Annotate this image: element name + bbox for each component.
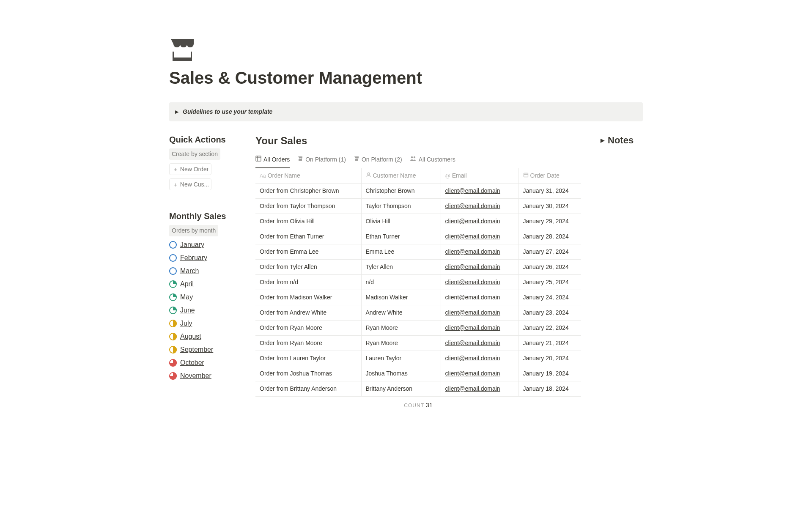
- table-row[interactable]: Order from Emma LeeEmma Leeclient@email.…: [255, 244, 581, 260]
- plus-icon: +: [174, 181, 178, 188]
- pie-icon: [169, 320, 177, 327]
- month-link-july[interactable]: July: [169, 318, 240, 329]
- cell-order-date: January 21, 2024: [518, 336, 581, 351]
- button-label: New Cus...: [180, 181, 209, 188]
- cell-order-date: January 20, 2024: [518, 351, 581, 366]
- table-row[interactable]: Order from Ethan TurnerEthan Turnerclien…: [255, 229, 581, 244]
- cell-customer-name: Lauren Taylor: [361, 351, 441, 366]
- table-row[interactable]: Order from Joshua ThomasJoshua Thomascli…: [255, 366, 581, 381]
- month-label: July: [180, 318, 192, 329]
- cell-email: client@email.domain: [441, 351, 518, 366]
- table-row[interactable]: Order from Ryan MooreRyan Mooreclient@em…: [255, 336, 581, 351]
- cell-customer-name: Taylor Thompson: [361, 199, 441, 214]
- notes-heading: Notes: [608, 133, 634, 147]
- toggle-arrow-icon: ▶: [601, 137, 604, 144]
- plus-icon: +: [174, 166, 178, 173]
- cell-order-name: Order from Brittany Anderson: [255, 381, 361, 397]
- quick-actions-heading: Quick Actions: [169, 133, 240, 146]
- cell-email: client@email.domain: [441, 184, 518, 199]
- cell-order-date: January 19, 2024: [518, 366, 581, 381]
- pie-icon: [169, 307, 177, 314]
- column-label: Order Name: [268, 172, 300, 179]
- pie-icon: [169, 267, 177, 275]
- column-label: Customer Name: [373, 172, 416, 179]
- cell-email: client@email.domain: [441, 290, 518, 305]
- month-link-march[interactable]: March: [169, 266, 240, 276]
- cell-order-date: January 31, 2024: [518, 184, 581, 199]
- cell-email: client@email.domain: [441, 366, 518, 381]
- month-link-february[interactable]: February: [169, 253, 240, 263]
- month-link-june[interactable]: June: [169, 305, 240, 315]
- column-header-order-name[interactable]: AaOrder Name: [255, 168, 361, 184]
- svg-rect-6: [355, 159, 358, 161]
- month-link-november[interactable]: November: [169, 371, 240, 381]
- cell-order-name: Order from Christopher Brown: [255, 184, 361, 199]
- store-icon: [297, 155, 303, 164]
- cell-order-date: January 23, 2024: [518, 305, 581, 321]
- cell-customer-name: Madison Walker: [361, 290, 441, 305]
- month-label: February: [180, 253, 207, 263]
- column-header-email[interactable]: @Email: [441, 168, 518, 184]
- month-link-april[interactable]: April: [169, 279, 240, 289]
- column-header-customer-name[interactable]: Customer Name: [361, 168, 441, 184]
- tab-on-platform-2-[interactable]: On Platform (2): [354, 153, 402, 168]
- notes-toggle[interactable]: ▶ Notes: [601, 133, 643, 147]
- month-link-january[interactable]: January: [169, 240, 240, 250]
- calendar-icon: [523, 173, 529, 179]
- quick-actions-subheading: Create by section: [169, 148, 220, 160]
- cell-email: client@email.domain: [441, 336, 518, 351]
- cell-customer-name: Andrew White: [361, 305, 441, 321]
- tab-label: All Orders: [263, 155, 290, 164]
- table-row[interactable]: Order from Ryan MooreRyan Mooreclient@em…: [255, 321, 581, 336]
- pie-icon: [169, 254, 177, 262]
- tab-label: All Customers: [419, 155, 455, 164]
- month-label: March: [180, 266, 199, 276]
- cell-email: client@email.domain: [441, 199, 518, 214]
- column-header-order-date[interactable]: Order Date: [518, 168, 581, 184]
- page-title: Sales & Customer Management: [169, 65, 643, 90]
- table-row[interactable]: Order from Brittany AndersonBrittany And…: [255, 381, 581, 397]
- table-row[interactable]: Order from n/dn/dclient@email.domainJanu…: [255, 275, 581, 290]
- table-row[interactable]: Order from Andrew WhiteAndrew Whiteclien…: [255, 305, 581, 321]
- table-icon: [255, 155, 261, 164]
- cell-order-name: Order from Ryan Moore: [255, 336, 361, 351]
- table-row[interactable]: Order from Olivia HillOlivia Hillclient@…: [255, 214, 581, 229]
- cell-customer-name: Joshua Thomas: [361, 366, 441, 381]
- store-icon: [354, 155, 359, 164]
- table-row[interactable]: Order from Lauren TaylorLauren Taylorcli…: [255, 351, 581, 366]
- tab-all-orders[interactable]: All Orders: [255, 153, 290, 168]
- table-row[interactable]: Order from Tyler AllenTyler Allenclient@…: [255, 260, 581, 275]
- cell-email: client@email.domain: [441, 260, 518, 275]
- cell-order-date: January 26, 2024: [518, 260, 581, 275]
- month-link-september[interactable]: September: [169, 345, 240, 355]
- month-link-october[interactable]: October: [169, 358, 240, 368]
- table-row[interactable]: Order from Madison WalkerMadison Walkerc…: [255, 290, 581, 305]
- monthly-sales-subheading: Orders by month: [169, 225, 218, 236]
- cell-email: client@email.domain: [441, 321, 518, 336]
- pie-icon: [169, 280, 177, 288]
- cell-email: client@email.domain: [441, 244, 518, 260]
- tab-all-customers[interactable]: All Customers: [410, 153, 455, 168]
- month-label: January: [180, 240, 204, 250]
- svg-rect-1: [174, 52, 191, 58]
- cell-order-name: Order from Joshua Thomas: [255, 366, 361, 381]
- month-link-august[interactable]: August: [169, 332, 240, 342]
- new-order-button[interactable]: + New Order: [169, 163, 211, 175]
- table-row[interactable]: Order from Taylor ThompsonTaylor Thompso…: [255, 199, 581, 214]
- button-label: New Order: [180, 166, 209, 173]
- monthly-sales-heading: Monthly Sales: [169, 210, 240, 222]
- tab-on-platform-1-[interactable]: On Platform (1): [297, 153, 346, 168]
- month-label: May: [180, 292, 193, 302]
- svg-point-9: [368, 173, 370, 175]
- guidelines-callout[interactable]: ▶ Guidelines to use your template: [169, 102, 643, 121]
- new-customer-button[interactable]: + New Cus...: [169, 178, 211, 190]
- cell-order-date: January 18, 2024: [518, 381, 581, 397]
- at-icon: @: [445, 173, 450, 179]
- table-row[interactable]: Order from Christopher BrownChristopher …: [255, 184, 581, 199]
- svg-rect-5: [299, 159, 302, 161]
- cell-order-date: January 30, 2024: [518, 199, 581, 214]
- month-label: November: [180, 371, 211, 381]
- cell-customer-name: Olivia Hill: [361, 214, 441, 229]
- cell-customer-name: Brittany Anderson: [361, 381, 441, 397]
- month-link-may[interactable]: May: [169, 292, 240, 302]
